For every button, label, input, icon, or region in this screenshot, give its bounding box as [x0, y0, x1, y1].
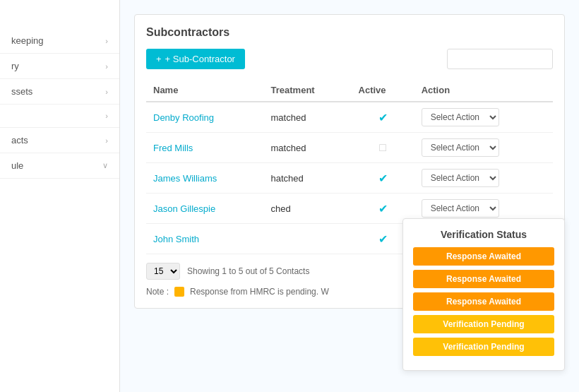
- add-subcontractor-label: + Sub-Contractor: [165, 54, 235, 64]
- checkbox-checked-icon: ✔: [378, 172, 388, 184]
- action-select[interactable]: Select Action: [422, 138, 499, 157]
- cell-treatment: matched: [264, 102, 352, 133]
- table-header-row: Name Treatment Active Action: [146, 79, 553, 102]
- sidebar-item-label: ssets: [11, 86, 32, 97]
- cell-name[interactable]: James Williams: [146, 163, 264, 194]
- note-text: Response from HMRC is pending. W: [190, 287, 329, 297]
- verification-badge: Response Awaited: [413, 270, 554, 288]
- sidebar-item-ry[interactable]: ry ›: [0, 54, 119, 79]
- action-select[interactable]: Select Action: [422, 108, 499, 126]
- verification-badge: Response Awaited: [413, 247, 554, 266]
- cell-active[interactable]: ✔: [352, 102, 414, 133]
- panel-title: Subcontractors: [146, 26, 553, 39]
- sidebar-item-label: ry: [11, 61, 19, 71]
- note-label: Note :: [146, 287, 169, 297]
- cell-treatment: hatched: [264, 163, 352, 194]
- cell-action[interactable]: Select Action: [414, 163, 553, 194]
- checkbox-unchecked-icon: □: [379, 141, 386, 153]
- cell-treatment: ched: [264, 194, 352, 224]
- cell-name[interactable]: Fred Mills: [146, 133, 264, 163]
- verification-popup: Verification Status Response AwaitedResp…: [402, 218, 565, 371]
- chevron-right-icon: ›: [105, 112, 108, 120]
- sidebar-item-label: acts: [11, 135, 28, 145]
- sidebar-item-label: ule: [11, 160, 23, 171]
- main-content: Subcontractors + + Sub-Contractor Name T…: [120, 0, 579, 392]
- col-header-treatment: Treatment: [264, 79, 352, 102]
- chevron-right-icon: ›: [105, 62, 108, 71]
- checkbox-checked-icon: ✔: [378, 112, 388, 124]
- plus-icon: +: [156, 54, 162, 64]
- verification-title: Verification Status: [413, 229, 554, 240]
- per-page-select[interactable]: 15 25 50: [146, 263, 180, 280]
- verification-badge: Verification Pending: [413, 315, 554, 333]
- cell-active[interactable]: □: [352, 133, 414, 163]
- checkbox-checked-icon: ✔: [378, 203, 388, 215]
- sidebar: keeping › ry › ssets › › acts › ule ∨: [0, 0, 120, 392]
- sidebar-item-keeping[interactable]: keeping ›: [0, 28, 119, 54]
- note-color-indicator: [174, 287, 184, 297]
- cell-name[interactable]: Denby Roofing: [146, 102, 264, 133]
- verification-badge: Response Awaited: [413, 292, 554, 311]
- checkbox-checked-icon: ✔: [378, 233, 388, 245]
- sidebar-item-assets[interactable]: ssets ›: [0, 79, 119, 105]
- chevron-right-icon: ›: [105, 136, 108, 145]
- sidebar-item-label: keeping: [11, 35, 44, 46]
- col-header-name: Name: [146, 79, 264, 102]
- add-subcontractor-button[interactable]: + + Sub-Contractor: [146, 49, 245, 69]
- cell-action[interactable]: Select Action: [414, 133, 553, 163]
- action-select[interactable]: Select Action: [422, 199, 499, 218]
- action-select[interactable]: Select Action: [422, 169, 499, 187]
- sidebar-item-acts[interactable]: acts ›: [0, 128, 119, 153]
- search-input[interactable]: [447, 49, 553, 69]
- chevron-right-icon: ›: [105, 88, 108, 96]
- cell-active[interactable]: ✔: [352, 163, 414, 194]
- table-row: Fred Millsmatched□Select Action: [146, 133, 553, 163]
- chevron-right-icon: ∨: [102, 161, 108, 170]
- cell-treatment: [264, 224, 352, 254]
- col-header-active: Active: [352, 79, 414, 102]
- table-row: James Williamshatched✔Select Action: [146, 163, 553, 194]
- toolbar: + + Sub-Contractor: [146, 49, 553, 69]
- verification-badge: Verification Pending: [413, 338, 554, 356]
- sidebar-item-blank[interactable]: ›: [0, 105, 119, 128]
- pagination-showing-text: Showing 1 to 5 out of 5 Contacts: [187, 266, 309, 276]
- cell-name[interactable]: Jason Gillespie: [146, 194, 264, 224]
- cell-treatment: matched: [264, 133, 352, 163]
- cell-action[interactable]: Select Action: [414, 102, 553, 133]
- col-header-action: Action: [414, 79, 553, 102]
- table-row: Denby Roofingmatched✔Select Action: [146, 102, 553, 133]
- sidebar-item-ule[interactable]: ule ∨: [0, 153, 119, 179]
- chevron-right-icon: ›: [105, 37, 108, 45]
- cell-name[interactable]: John Smith: [146, 224, 264, 254]
